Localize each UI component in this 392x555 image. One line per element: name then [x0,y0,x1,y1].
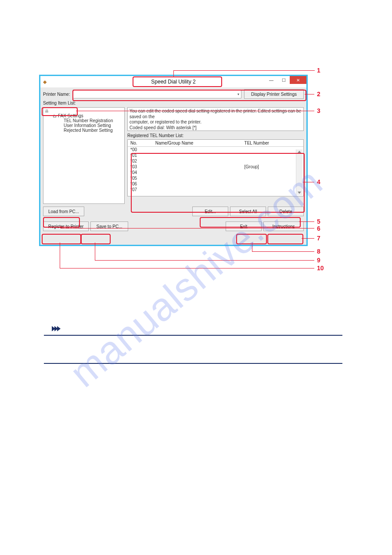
printer-name-label: Printer Name: [43,92,70,97]
minimize-button[interactable]: — [265,76,277,84]
desc-line-3: Coded speed dial: With asterisk [*] [129,125,302,131]
folder-icon: 🗀 [52,114,57,118]
settings-tree[interactable]: 🖶 🗀FAX Settings TEL Number Registration … [43,107,125,204]
select-all-button[interactable]: Select All [230,207,266,216]
callout-number-1: 1 [317,67,320,74]
callout-number-5: 5 [317,218,320,225]
window-title: Speed Dial Utility 2 [151,79,195,85]
callout-number-2: 2 [317,91,320,98]
col-no[interactable]: No. [128,140,153,147]
registered-list-label: Registered TEL Number List: [127,133,304,138]
printer-name-combo[interactable]: ▾ [73,90,241,98]
setting-item-list-label: Setting Item List: [43,101,304,105]
callout-line [60,243,60,268]
app-icon: ◆ [40,79,49,85]
callout-line [95,260,314,261]
display-printer-settings-button[interactable]: Display Printer Settings [244,89,304,99]
save-to-pc-button[interactable]: Save to PC... [90,221,128,231]
load-from-pc-button[interactable]: Load from PC... [43,207,84,216]
edit-button[interactable]: Edit... [192,207,228,216]
tel-number-grid[interactable]: No. Name/Group Name TEL Number *00 *01 *… [127,139,304,196]
instructions-button[interactable]: Instructions [263,221,304,231]
col-name[interactable]: Name/Group Name [153,140,242,147]
note-chevron-icon [52,326,70,334]
table-row: *05 [128,175,303,181]
table-row: *07 [128,187,303,192]
callout-line [60,268,314,268]
table-row: *02 [128,158,303,164]
table-row: *01 [128,152,303,158]
chevron-down-icon: ▾ [237,92,239,96]
button-row-2: Register to Printer Save to PC... Exit I… [43,221,304,231]
callout-number-8: 8 [317,248,320,255]
tree-leaf-user-info[interactable]: User Information Setting [44,123,123,128]
callout-number-7: 7 [317,235,320,242]
callout-number-9: 9 [317,257,320,264]
callout-number-10: 10 [317,265,324,272]
close-button[interactable]: ✕ [290,76,306,84]
callout-line [252,251,314,252]
col-tel[interactable]: TEL Number [242,140,303,147]
delete-button[interactable]: Delete [268,207,304,216]
window-buttons: — ☐ ✕ [265,76,306,84]
desc-line-1: You can edit the coded speed dial settin… [129,109,302,120]
titlebar: ◆ Speed Dial Utility 2 — ☐ ✕ [40,76,306,87]
note-rule-bottom [44,363,342,364]
right-pane: You can edit the coded speed dial settin… [127,107,304,204]
printer-name-row: Printer Name: ▾ Display Printer Settings [43,89,304,99]
callout-line [173,70,315,71]
content-area: 🖶 🗀FAX Settings TEL Number Registration … [43,107,304,204]
table-row: *00 [128,147,303,153]
tree-leaf-tel-registration[interactable]: TEL Number Registration [44,118,123,123]
table-row: *03[Group] [128,164,303,170]
app-window: ◆ Speed Dial Utility 2 — ☐ ✕ Printer Nam… [39,75,308,246]
note-rule-top [44,335,342,336]
tree-leaf-rejected-number[interactable]: Rejected Number Setting [44,128,123,133]
table-row: *06 [128,181,303,187]
tree-fax[interactable]: FAX Settings [58,113,83,118]
callout-number-3: 3 [317,107,320,114]
description-box: You can edit the coded speed dial settin… [127,107,304,131]
scrollbar[interactable] [296,149,302,195]
printer-icon: 🖶 [44,109,49,113]
callout-number-6: 6 [317,225,320,232]
register-to-printer-button[interactable]: Register to Printer [43,221,89,231]
maximize-button[interactable]: ☐ [277,76,290,84]
exit-button[interactable]: Exit [226,221,262,231]
callout-number-4: 4 [317,178,320,185]
window-body: Printer Name: ▾ Display Printer Settings… [40,87,306,234]
button-row-1: Load from PC... Edit... Select All Delet… [43,207,304,216]
desc-line-2: computer, or registered to the printer. [129,120,302,125]
table-row: *04 [128,170,303,175]
